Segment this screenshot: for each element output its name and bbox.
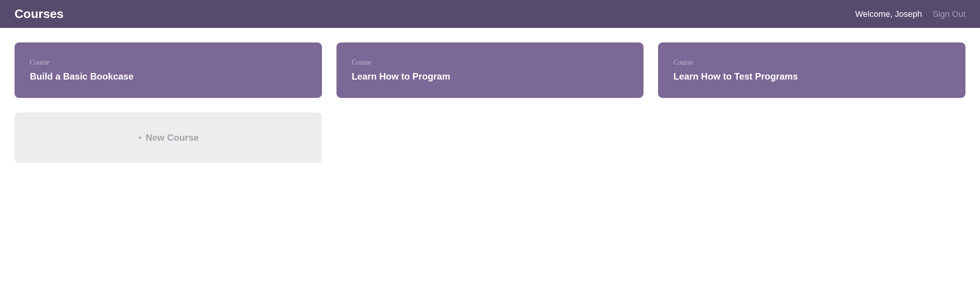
new-course-label: New Course bbox=[145, 132, 199, 143]
new-course-content: + New Course bbox=[138, 132, 199, 143]
header-right: Welcome, Joseph Sign Out bbox=[855, 9, 965, 19]
header: Courses Welcome, Joseph Sign Out bbox=[0, 0, 980, 28]
sign-out-link[interactable]: Sign Out bbox=[933, 9, 965, 19]
welcome-text: Welcome, Joseph bbox=[855, 9, 922, 19]
course-title: Learn How to Program bbox=[352, 71, 629, 82]
course-label: Course bbox=[30, 59, 307, 67]
course-label: Course bbox=[352, 59, 629, 67]
course-title: Learn How to Test Programs bbox=[673, 71, 950, 82]
plus-icon: + bbox=[138, 133, 143, 143]
course-card[interactable]: Course Learn How to Program bbox=[336, 42, 644, 98]
course-label: Course bbox=[673, 59, 950, 67]
course-card[interactable]: Course Learn How to Test Programs bbox=[658, 42, 965, 98]
new-course-card[interactable]: + New Course bbox=[15, 112, 322, 163]
course-title: Build a Basic Bookcase bbox=[30, 71, 307, 82]
page-title: Courses bbox=[15, 7, 64, 21]
courses-grid: Course Build a Basic Bookcase Course Lea… bbox=[0, 28, 980, 177]
course-card[interactable]: Course Build a Basic Bookcase bbox=[15, 42, 322, 98]
